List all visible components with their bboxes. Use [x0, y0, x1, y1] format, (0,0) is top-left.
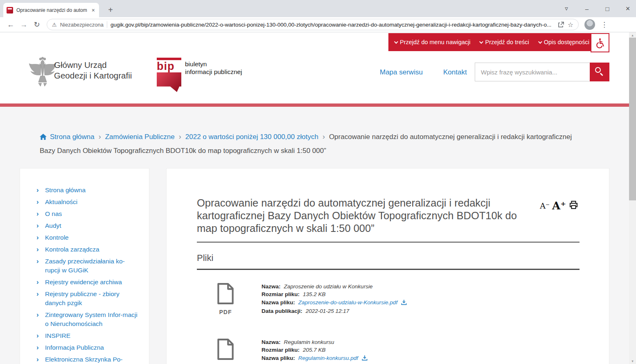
sidebar-item-label: Aktualności: [45, 198, 138, 207]
bip-favicon: [7, 7, 13, 13]
security-label[interactable]: Niezabezpieczona: [60, 22, 104, 28]
reload-icon[interactable]: ↻: [30, 20, 43, 29]
divider: [107, 21, 107, 28]
accessibility-description-link[interactable]: Opis dostępności: [538, 39, 589, 45]
url-bar[interactable]: ⚠ Niezabezpieczona gugik.gov.pl/bip/zamo…: [47, 19, 579, 30]
chevron-down-icon: [479, 40, 483, 44]
file-entry: PDF Nazwa:Regulamin konkursu Rozmiar pli…: [197, 338, 580, 364]
close-window-button[interactable]: ×: [624, 4, 632, 13]
file-size-value: 205.7 KB: [303, 347, 326, 353]
sidebar-item-label: Kontrole: [45, 233, 138, 242]
scrollbar-thumb[interactable]: [629, 38, 636, 200]
font-size-tools: A⁻ A⁺: [540, 200, 579, 212]
sidebar-item-label: Zintegrowany System Infor-macji o Nieruc…: [45, 310, 138, 328]
home-icon[interactable]: [40, 131, 47, 144]
bip-logo-caption: biuletyn informacji publicznej: [185, 60, 242, 92]
print-button[interactable]: [568, 200, 579, 211]
main-content: A⁻ A⁺ Opracowanie narzędzi do automatycz…: [166, 168, 609, 364]
sidebar-item-zsin[interactable]: ›Zintegrowany System Infor-macji o Nieru…: [36, 310, 141, 328]
font-decrease-button[interactable]: A⁻: [540, 201, 550, 210]
chevron-right-icon: ›: [36, 355, 41, 364]
sidebar-item-informacja-publiczna[interactable]: ›Informacja Publiczna: [36, 343, 141, 352]
sidebar-item-audyt[interactable]: ›Audyt: [36, 221, 141, 230]
maximize-button[interactable]: □: [603, 5, 611, 12]
org-name-line2: Geodezji i Kartografii: [54, 70, 132, 81]
nav-link-mapa-serwisu[interactable]: Mapa serwisu: [380, 68, 423, 76]
site-search: [475, 63, 609, 81]
download-icon[interactable]: [401, 299, 407, 307]
breadcrumb-link-zamowienia[interactable]: Zamówienia Publiczne: [105, 133, 175, 141]
file-date-value: 2022-01-25 12:17: [306, 308, 350, 314]
share-icon[interactable]: [558, 21, 564, 28]
chevron-right-icon: ›: [36, 278, 41, 287]
chevron-right-icon: ›: [36, 245, 41, 254]
avatar[interactable]: [584, 19, 595, 30]
new-tab-button[interactable]: +: [105, 4, 116, 16]
file-download-link[interactable]: Regulamin-konkursu.pdf: [298, 355, 358, 361]
accessibility-bar: Przejdź do menu nawigacji Przejdź do tre…: [388, 33, 609, 51]
site-header: Przejdź do menu nawigacji Przejdź do tre…: [0, 32, 629, 103]
sidebar-item-aktualnosci[interactable]: ›Aktualności: [36, 198, 141, 207]
pdf-file-icon: [217, 338, 234, 360]
page-title: Opracowanie narzędzi do automatycznej ge…: [197, 197, 524, 235]
menu-icon[interactable]: ⋮: [601, 20, 608, 29]
org-name-line1: Główny Urząd: [54, 60, 132, 70]
sidebar-item-inspire[interactable]: ›INSPIRE: [36, 331, 141, 340]
breadcrumb: Strona główna›Zamówienia Publiczne›2022 …: [40, 130, 584, 157]
search-button[interactable]: [590, 63, 609, 81]
accessibility-button[interactable]: [591, 33, 609, 52]
font-increase-button[interactable]: A⁺: [552, 200, 566, 212]
chevron-right-icon: ›: [36, 209, 41, 218]
back-icon[interactable]: ←: [4, 20, 17, 29]
file-date-label: Data publikacji:: [262, 308, 302, 314]
sidebar-item-label: Elektroniczna Skrzynka Po-dawcza: [45, 355, 138, 364]
skip-to-content-link[interactable]: Przejdź do treści: [479, 39, 529, 45]
chevron-down-icon: [394, 40, 398, 44]
file-download-link[interactable]: Zaproszenie-do-udzialu-w-Konkursie.pdf: [298, 299, 397, 306]
page-scrollbar[interactable]: ▴ ▾: [629, 32, 636, 364]
forward-icon[interactable]: →: [17, 20, 30, 29]
file-icon-block: PDF: [217, 338, 235, 364]
close-tab-icon[interactable]: ×: [91, 7, 96, 13]
skip-to-nav-link[interactable]: Przejdź do menu nawigacji: [394, 39, 470, 45]
scroll-down-icon[interactable]: ▾: [629, 358, 636, 364]
chevron-right-icon: ›: [36, 233, 41, 242]
download-icon[interactable]: [362, 355, 368, 363]
sidebar-item-kontrole[interactable]: ›Kontrole: [36, 233, 141, 242]
wheelchair-icon: [595, 38, 605, 48]
search-input[interactable]: [475, 63, 590, 81]
chevron-right-icon: ›: [36, 257, 41, 275]
skip-to-nav-label: Przejdź do menu nawigacji: [400, 39, 470, 45]
sidebar-item-rejestry-publiczne[interactable]: ›Rejestry publiczne - zbiory danych pzgi…: [36, 290, 141, 308]
browser-tab[interactable]: Opracowanie narzędzi do autom ×: [3, 3, 99, 17]
bip-logo-word: bip: [157, 60, 181, 72]
sidebar-item-label: Audyt: [45, 221, 138, 230]
bip-logo[interactable]: bip biuletyn informacji publicznej: [157, 58, 242, 92]
sidebar-item-zasady-przeciwdzialania[interactable]: ›Zasady przeciwdziałania ko-rupcji w GUG…: [36, 257, 141, 275]
bookmark-star-icon[interactable]: ☆: [568, 21, 573, 29]
scroll-up-icon[interactable]: ▴: [629, 32, 636, 38]
url-text[interactable]: gugik.gov.pl/bip/zamowienia-publiczne/20…: [111, 22, 555, 28]
nav-link-kontakt[interactable]: Kontakt: [443, 68, 467, 76]
minimize-button[interactable]: –: [583, 5, 591, 12]
sidebar-item-label: Rejestry publiczne - zbiory danych pzgik: [45, 290, 138, 308]
accessibility-description-label: Opis dostępności: [544, 39, 589, 45]
tab-title: Opracowanie narzędzi do autom: [16, 7, 88, 13]
chevron-down-icon: [538, 40, 542, 44]
file-filename-label: Nazwa pliku:: [262, 355, 295, 361]
sidebar-item-esp[interactable]: ›Elektroniczna Skrzynka Po-dawcza: [36, 355, 141, 364]
breadcrumb-link-home[interactable]: Strona główna: [50, 133, 95, 141]
chevron-right-icon: ›: [36, 310, 41, 328]
file-size-value: 135.2 KB: [303, 291, 326, 297]
file-filename-label: Nazwa pliku:: [262, 299, 295, 306]
sidebar-item-o-nas[interactable]: ›O nas: [36, 209, 141, 218]
file-name-value: Regulamin konkursu: [284, 339, 334, 345]
file-details: Nazwa:Zaproszenie do udziału w Konkursie…: [262, 283, 407, 315]
sidebar-item-rejestry-ewidencje[interactable]: ›Rejestry ewidencje archiwa: [36, 278, 141, 287]
tab-search-icon[interactable]: ▿: [562, 5, 571, 12]
sidebar-item-label: INSPIRE: [45, 331, 138, 340]
sidebar-item-kontrola-zarzadcza[interactable]: ›Kontrola zarządcza: [36, 245, 141, 254]
breadcrumb-link-2022[interactable]: 2022 o wartości poniżej 130 000,00 złoty…: [185, 133, 318, 141]
sidebar-item-strona-glowna[interactable]: ›Strona główna: [36, 186, 141, 195]
sidebar-item-label: Rejestry ewidencje archiwa: [45, 278, 138, 287]
